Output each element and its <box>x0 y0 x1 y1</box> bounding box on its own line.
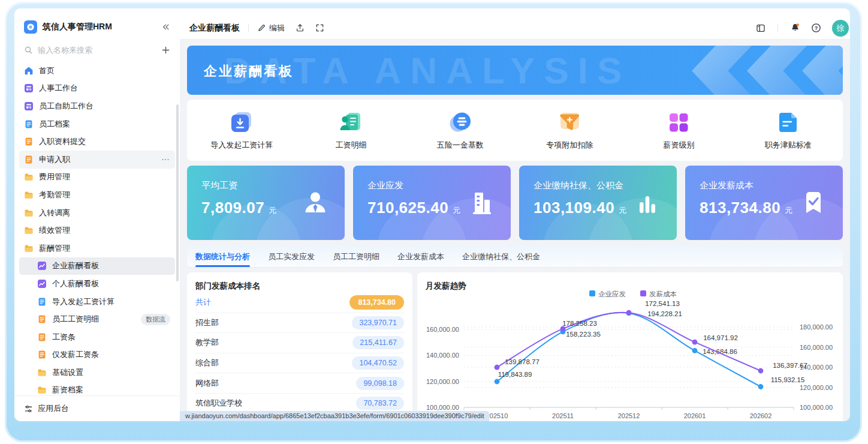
svg-text:140,000.00: 140,000.00 <box>426 352 459 359</box>
home-icon <box>24 66 34 76</box>
stat-card: 平均工资 7,809.07 元 <box>187 166 345 240</box>
quick-action-item[interactable]: 薪资级别 <box>624 100 733 161</box>
ranking-value-pill: 813,734.80 <box>349 295 404 310</box>
ranking-row: 网络部 99,098.18 <box>195 373 404 394</box>
svg-text:100,000.00: 100,000.00 <box>426 404 459 411</box>
svg-text:202512: 202512 <box>618 412 640 419</box>
quick-actions: 导入发起工资计算 工资明细 五险一金基数 专项附加扣除 薪资级别 职务津贴标准 <box>187 100 843 161</box>
import-calc-icon <box>230 110 254 134</box>
ranking-row: 共计 813,734.80 <box>195 293 404 313</box>
svg-text:100,000.00: 100,000.00 <box>800 404 833 411</box>
ranking-row: 招生部 323,970.71 <box>195 313 404 334</box>
status-url-bar: w.jiandaoyun.com/dashboard/app/6865e13ef… <box>180 411 489 421</box>
svg-text:172,541.13: 172,541.13 <box>645 300 680 307</box>
stat-unit: 元 <box>453 205 460 216</box>
stat-card: 企业缴纳社保、公积金 103,109.40 元 <box>519 166 677 240</box>
sidebar-item[interactable]: 入转调离 <box>19 204 175 222</box>
tab[interactable]: 员工实发应发 <box>268 246 315 267</box>
banner-chevron-decoration <box>802 46 843 95</box>
sidebar-item[interactable]: 人事工作台 <box>19 80 175 98</box>
sidebar-item[interactable]: 工资条 <box>19 328 175 346</box>
sidebar-item[interactable]: 导入发起工资计算 <box>19 293 175 311</box>
banner-chevron-decoration <box>692 46 754 95</box>
sidebar-item[interactable]: 薪酬管理 <box>19 239 175 257</box>
building-icon <box>468 189 495 217</box>
fullscreen-icon <box>315 23 324 32</box>
app-logo-icon <box>24 20 37 34</box>
help-icon[interactable]: ? <box>811 23 821 33</box>
quick-action-item[interactable]: 导入发起工资计算 <box>187 100 296 161</box>
salary-level-icon <box>667 110 691 134</box>
svg-text:160,000.00: 160,000.00 <box>800 344 833 351</box>
stat-card: 企业应发 710,625.40 元 <box>353 166 511 240</box>
dataflow-badge: 数据流 <box>141 314 170 325</box>
notification-bell-icon[interactable] <box>790 23 800 33</box>
svg-text:115,932.15: 115,932.15 <box>771 376 805 383</box>
doc-orange-icon <box>37 314 47 324</box>
quick-action-item[interactable]: 专项附加扣除 <box>515 100 624 161</box>
doc-orange-icon <box>37 332 47 342</box>
sidebar-item[interactable]: 考勤管理 <box>19 186 175 204</box>
stat-value: 710,625.40 <box>367 199 448 217</box>
sidebar-item[interactable]: 费用管理 <box>19 169 175 187</box>
svg-text:120,000.00: 120,000.00 <box>426 378 459 385</box>
sidebar-item[interactable]: 首页 <box>19 62 175 80</box>
ranking-value-pill: 70,783.72 <box>356 397 404 410</box>
add-icon[interactable] <box>161 46 170 55</box>
dashboard-content: DATA ANALYSIS 企业薪酬看板 导入发起工资计算 工资明细 五险一金基… <box>180 40 850 421</box>
svg-text:202601: 202601 <box>684 412 706 419</box>
share-button[interactable] <box>296 23 305 32</box>
quick-action-item[interactable]: 工资明细 <box>296 100 405 161</box>
edit-button[interactable]: 编辑 <box>257 23 285 34</box>
dashboard-banner: DATA ANALYSIS 企业薪酬看板 <box>187 46 843 95</box>
upload-icon <box>296 23 305 32</box>
topbar: 企业薪酬看板 编辑 ? 徐 <box>180 8 850 40</box>
svg-text:143,684.86: 143,684.86 <box>703 348 737 355</box>
search-input[interactable] <box>38 46 156 55</box>
banner-chevron-decoration <box>747 46 809 95</box>
sidebar-item[interactable]: 申请入职 <box>19 151 175 169</box>
sidebar-item[interactable]: 基础设置 <box>19 364 175 382</box>
svg-text:企业应发: 企业应发 <box>598 290 626 298</box>
tab[interactable]: 企业发薪成本 <box>397 246 444 267</box>
quick-action-item[interactable]: 五险一金基数 <box>406 100 515 161</box>
svg-text:?: ? <box>815 25 818 31</box>
sidebar-item[interactable]: 个人薪酬看板 <box>19 275 175 293</box>
user-avatar[interactable]: 徐 <box>832 20 849 37</box>
sidebar-item[interactable]: 员工档案 <box>19 115 175 133</box>
svg-text:202510: 202510 <box>486 412 508 419</box>
doc-blue-icon <box>37 297 47 307</box>
tab[interactable]: 企业缴纳社保、公积金 <box>462 246 540 267</box>
more-actions-icon[interactable] <box>161 155 170 164</box>
ranking-value-pill: 99,098.18 <box>356 377 404 390</box>
sidebar-collapse-icon[interactable] <box>162 23 170 31</box>
doc-orange-icon <box>24 137 34 146</box>
ranking-title: 部门发薪成本排名 <box>187 272 412 292</box>
quick-action-item[interactable]: 职务津贴标准 <box>734 100 843 161</box>
fullscreen-button[interactable] <box>315 23 324 32</box>
person-icon <box>302 189 329 217</box>
sidebar: 筑信人事管理HRM 首页 人事工作台 员工自助工作台 员工档案 入职资料提交 申… <box>14 8 180 421</box>
tab-bar: 数据统计与分析员工实发应发员工工资明细企业发薪成本企业缴纳社保、公积金 <box>187 246 843 268</box>
ranking-value-pill: 104,470.52 <box>352 356 404 370</box>
sidebar-item[interactable]: 企业薪酬看板 <box>19 257 175 275</box>
sidebar-item[interactable]: 绩效管理 <box>19 221 175 239</box>
sidebar-item[interactable]: 员工工资明细 数据流 <box>19 310 175 328</box>
sidebar-item[interactable]: 员工自助工作台 <box>19 97 175 115</box>
panel-toggle-icon[interactable] <box>756 23 765 33</box>
ranking-row: 综合部 104,470.52 <box>195 353 404 374</box>
workbench-icon <box>24 83 34 93</box>
sidebar-item[interactable]: 仅发薪工资条 <box>19 346 175 364</box>
doc-blue-icon <box>24 119 34 129</box>
svg-text:202511: 202511 <box>552 412 574 419</box>
doc-orange-icon <box>37 350 47 359</box>
page-title: 企业薪酬看板 <box>189 23 240 34</box>
tab[interactable]: 数据统计与分析 <box>195 246 250 267</box>
stat-unit: 元 <box>269 205 276 216</box>
sidebar-item-backstage[interactable]: 应用后台 <box>14 395 180 415</box>
sidebar-item[interactable]: 入职资料提交 <box>19 133 175 151</box>
svg-text:164,971.92: 164,971.92 <box>703 334 738 341</box>
stat-card: 企业发薪成本 813,734.80 元 <box>685 166 843 240</box>
tab[interactable]: 员工工资明细 <box>333 246 379 267</box>
sidebar-scrollbar[interactable] <box>176 104 179 281</box>
